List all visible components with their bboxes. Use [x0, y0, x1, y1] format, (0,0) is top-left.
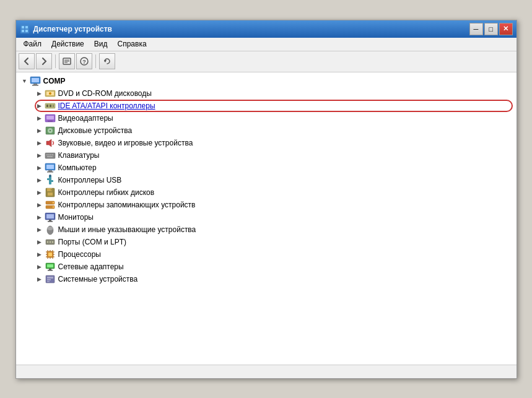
tree-item-computer[interactable]: ▶ Компьютер	[16, 162, 517, 174]
expander-computer[interactable]: ▶	[35, 163, 45, 173]
ports-icon	[45, 236, 56, 248]
forward-button[interactable]	[36, 53, 52, 69]
svg-rect-53	[46, 214, 54, 218]
computer-icon	[30, 76, 41, 87]
svg-rect-13	[32, 78, 39, 82]
keyboard-icon	[45, 150, 56, 161]
svg-rect-22	[53, 105, 54, 107]
tree-item-system[interactable]: ▶ Системные устройства	[16, 273, 517, 285]
tree-item-comp[interactable]: ▼ COMP	[16, 75, 517, 87]
svg-rect-15	[32, 85, 38, 86]
status-bar	[16, 365, 517, 378]
svg-rect-3	[22, 30, 24, 32]
menu-action[interactable]: Действие	[46, 38, 89, 50]
svg-rect-21	[50, 105, 51, 107]
tree-item-ports[interactable]: ▶ Порты (COM и LPT)	[16, 236, 517, 248]
menu-help[interactable]: Справка	[113, 38, 152, 50]
minimize-button[interactable]: ─	[469, 23, 483, 35]
svg-rect-82	[47, 277, 53, 279]
svg-rect-84	[47, 281, 50, 282]
expander-disk[interactable]: ▶	[35, 126, 45, 136]
cpu-icon	[45, 249, 56, 260]
tree-item-mouse[interactable]: ▶ Мыши и иные указывающие устройства	[16, 223, 517, 236]
svg-point-58	[47, 227, 53, 230]
video-label: Видеоадаптеры	[58, 114, 113, 123]
svg-point-43	[49, 175, 51, 177]
expander-mouse[interactable]: ▶	[35, 225, 45, 235]
svg-rect-42	[51, 180, 53, 182]
svg-rect-31	[46, 154, 48, 155]
expander-network[interactable]: ▶	[35, 262, 45, 272]
ports-label: Порты (COM и LPT)	[58, 238, 127, 246]
expander-usb[interactable]: ▶	[35, 175, 45, 185]
expander-ide[interactable]: ▶	[35, 101, 45, 111]
tree-item-disk[interactable]: ▶ Дисковые устройства	[16, 124, 517, 137]
dvd-label: DVD и CD-ROM дисководы	[58, 89, 152, 98]
dvd-icon	[45, 88, 56, 99]
help-button[interactable]: ?	[76, 53, 92, 69]
menu-view[interactable]: Вид	[89, 38, 113, 50]
tree-item-keyboard[interactable]: ▶ Клавиатуры	[16, 149, 517, 162]
expander-floppy[interactable]: ▶	[35, 188, 45, 197]
device-tree: ▼ COMP ▶	[16, 72, 517, 365]
window-icon	[20, 24, 30, 34]
network-label: Сетевые адаптеры	[58, 262, 124, 271]
svg-point-61	[49, 241, 50, 242]
tree-item-floppy[interactable]: ▶ Контроллеры гибких дисков	[16, 186, 517, 199]
expander-monitor[interactable]: ▶	[35, 212, 45, 222]
back-button[interactable]	[19, 53, 35, 69]
tree-item-usb[interactable]: ▶ Контроллеры USB	[16, 174, 517, 186]
close-button[interactable]: ✕	[499, 23, 513, 35]
keyboard-label: Клавиатуры	[58, 151, 100, 160]
tree-item-video[interactable]: ▶ Видеоадаптеры	[16, 112, 517, 124]
maximize-button[interactable]: □	[484, 23, 498, 35]
tree-item-ide[interactable]: ▶ IDE ATA/ATAPI контроллеры	[16, 100, 517, 112]
svg-rect-80	[48, 270, 53, 271]
expander-dvd[interactable]: ▶	[35, 89, 45, 98]
svg-rect-30	[45, 153, 55, 158]
ide-icon	[45, 100, 56, 111]
svg-point-28	[50, 130, 51, 131]
svg-rect-79	[49, 269, 51, 270]
expander-keyboard[interactable]: ▶	[35, 150, 45, 160]
tree-item-monitor[interactable]: ▶ Мониторы	[16, 211, 517, 223]
expander-cpu[interactable]: ▶	[35, 249, 45, 259]
storage-label: Контроллеры запоминающих устройств	[58, 201, 196, 209]
svg-rect-83	[47, 279, 51, 280]
expander-comp[interactable]: ▼	[20, 76, 30, 86]
update-button[interactable]	[99, 53, 115, 69]
svg-rect-32	[48, 154, 50, 155]
title-bar: Диспетчер устройств ─ □ ✕	[16, 20, 517, 38]
tree-item-network[interactable]: ▶ Сетевые адаптеры	[16, 261, 517, 273]
expander-sound[interactable]: ▶	[35, 138, 45, 148]
monitor-icon	[45, 212, 56, 223]
system-label: Системные устройства	[58, 275, 138, 283]
cpu-label: Процессоры	[58, 250, 102, 259]
svg-rect-78	[47, 264, 53, 267]
mouse-label: Мыши и иные указывающие устройства	[58, 225, 196, 234]
svg-rect-41	[47, 178, 50, 180]
expander-video[interactable]: ▶	[35, 113, 45, 123]
svg-point-51	[52, 206, 53, 207]
video-icon	[45, 113, 56, 124]
system-icon	[45, 274, 56, 285]
tree-item-dvd[interactable]: ▶ DVD и CD-ROM дисководы	[16, 87, 517, 100]
svg-rect-2	[25, 26, 28, 28]
usb-icon	[45, 175, 56, 186]
ide-label: IDE ATA/ATAPI контроллеры	[58, 102, 155, 110]
window-controls: ─ □ ✕	[469, 23, 513, 35]
expander-storage[interactable]: ▶	[35, 200, 45, 210]
properties-button[interactable]	[59, 53, 75, 69]
computer2-icon	[45, 162, 56, 173]
expander-system[interactable]: ▶	[35, 274, 45, 284]
tree-item-cpu[interactable]: ▶	[16, 248, 517, 261]
svg-rect-64	[48, 253, 52, 256]
svg-rect-47	[51, 189, 52, 191]
expander-ports[interactable]: ▶	[35, 237, 45, 247]
monitor-label: Мониторы	[58, 213, 94, 222]
tree-item-sound[interactable]: ▶ Звуковые, видео и игровые устройства	[16, 137, 517, 149]
tree-item-storage[interactable]: ▶ Контроллеры запоминающих устройств	[16, 199, 517, 211]
device-manager-window: Диспетчер устройств ─ □ ✕ Файл Действие …	[15, 20, 517, 379]
menu-file[interactable]: Файл	[19, 38, 47, 50]
svg-rect-54	[49, 220, 51, 221]
